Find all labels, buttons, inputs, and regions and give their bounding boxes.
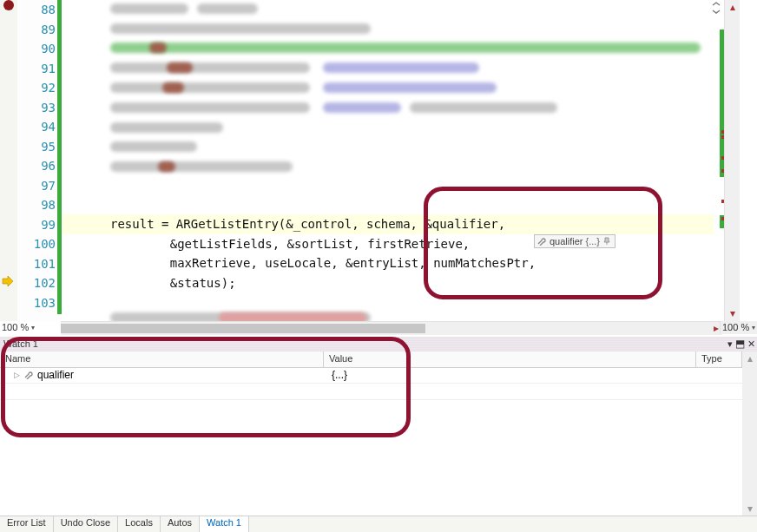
scroll-up-icon[interactable]: ▴ (742, 351, 757, 366)
line-number: 103 (17, 293, 56, 313)
change-tracking-bar (57, 0, 62, 314)
wrench-icon (536, 237, 547, 246)
line-number: 92 (17, 78, 56, 98)
split-handle-icon[interactable] (710, 2, 722, 14)
dropdown-icon[interactable]: ▾ (31, 321, 35, 334)
pin-icon[interactable] (602, 237, 611, 246)
tab-locals[interactable]: Locals (118, 516, 161, 532)
line-number: 89 (17, 20, 56, 40)
blurred-code (110, 161, 293, 172)
blurred-code (110, 3, 188, 14)
blurred-code (158, 161, 175, 172)
blurred-code (110, 23, 371, 34)
watch-name[interactable]: qualifier (37, 369, 74, 381)
column-header-type[interactable]: Type (696, 351, 742, 367)
window-menu-icon[interactable]: ▾ (727, 337, 733, 351)
data-tip-value: {...} (586, 236, 601, 246)
blurred-code (110, 141, 197, 152)
watch-panel-title: Watch 1 (3, 338, 38, 349)
tab-autos[interactable]: Autos (161, 516, 200, 532)
blurred-code (149, 43, 167, 53)
watch-vertical-scrollbar[interactable]: ▴ ▾ (742, 351, 757, 516)
zoom-level-left[interactable]: 100 %▾ (2, 321, 59, 334)
scroll-down-icon[interactable]: ▾ (742, 502, 757, 516)
breakpoint-gutter[interactable] (0, 0, 18, 321)
column-header-value[interactable]: Value (324, 351, 696, 367)
blurred-code (323, 102, 401, 113)
blurred-code (323, 82, 497, 93)
line-number: 100 (17, 234, 56, 254)
zoom-label: 100 % (722, 321, 749, 334)
line-number: 101 (17, 254, 56, 274)
column-header-name[interactable]: Name (0, 351, 324, 367)
blurred-code (162, 82, 184, 93)
blurred-code (410, 102, 557, 113)
blurred-code (323, 62, 479, 73)
close-icon[interactable]: ✕ (747, 337, 755, 351)
line-number: 98 (17, 195, 56, 215)
line-number: 102 (17, 273, 56, 293)
blurred-code (167, 62, 193, 73)
zoom-label: 100 % (2, 321, 29, 334)
tab-error-list[interactable]: Error List (0, 516, 54, 532)
blurred-code (110, 102, 310, 113)
blurred-code (197, 3, 258, 14)
data-tip[interactable]: qualifier {...} (534, 234, 615, 248)
tab-watch-1[interactable]: Watch 1 (200, 516, 249, 532)
watch-columns-header[interactable]: Name Value Type (0, 351, 742, 368)
vertical-scrollbar[interactable]: ▴ ▾ (724, 0, 740, 321)
line-number: 90 (17, 39, 56, 59)
code-line[interactable]: result = ARGetListEntry(&_control, schem… (63, 214, 714, 234)
expand-icon[interactable]: ▷ (14, 371, 20, 379)
breakpoint-icon[interactable] (3, 0, 14, 10)
blurred-code (110, 62, 310, 73)
data-tip-name: qualifier (550, 236, 583, 246)
line-number: 94 (17, 117, 56, 137)
line-number: 91 (17, 59, 56, 79)
horizontal-scrollbar[interactable]: ◂ ▸ (61, 321, 722, 335)
watch-panel[interactable]: Watch 1 ▾ ⬒ ✕ Name Value Type ▷ qualifie… (0, 337, 757, 516)
line-number: 96 (17, 156, 56, 176)
scrollbar-thumb[interactable] (61, 324, 425, 333)
blurred-code (110, 43, 701, 53)
watch-panel-title-bar[interactable]: Watch 1 ▾ ⬒ ✕ (0, 337, 757, 352)
code-line[interactable]: maxRetrieve, useLocale, &entryList, numM… (110, 253, 536, 273)
tab-undo-close[interactable]: Undo Close (54, 516, 118, 532)
watch-value[interactable]: {...} (326, 369, 708, 381)
line-number: 93 (17, 98, 56, 118)
wrench-icon (23, 371, 34, 379)
watch-rows[interactable]: ▷ qualifier {...} (0, 367, 742, 516)
current-statement-arrow-icon (2, 276, 14, 286)
line-number: 99 (17, 215, 56, 235)
watch-row-empty[interactable] (0, 384, 742, 400)
code-text-area[interactable]: result = ARGetListEntry(&_control, schem… (63, 0, 714, 321)
pin-icon[interactable]: ⬒ (735, 337, 745, 351)
code-editor[interactable]: 88 89 90 91 92 93 94 95 96 97 98 99 100 … (0, 0, 757, 337)
code-line[interactable]: &getListFields, &sortList, firstRetrieve… (110, 234, 470, 254)
dropdown-icon[interactable]: ▾ (752, 321, 755, 334)
line-number-gutter: 88 89 90 91 92 93 94 95 96 97 98 99 100 … (17, 0, 57, 321)
line-number: 88 (17, 0, 56, 20)
zoom-level-right[interactable]: 100 %▾ (720, 321, 757, 334)
bottom-tab-strip[interactable]: Error List Undo Close Locals Autos Watch… (0, 516, 757, 532)
blurred-code (110, 122, 223, 133)
watch-row[interactable]: ▷ qualifier {...} (0, 367, 742, 384)
blurred-code (110, 82, 310, 93)
line-number: 95 (17, 137, 56, 157)
scroll-up-icon[interactable]: ▴ (725, 0, 740, 15)
code-line[interactable]: &status); (110, 273, 236, 293)
scroll-down-icon[interactable]: ▾ (725, 306, 740, 321)
line-number: 97 (17, 176, 56, 196)
